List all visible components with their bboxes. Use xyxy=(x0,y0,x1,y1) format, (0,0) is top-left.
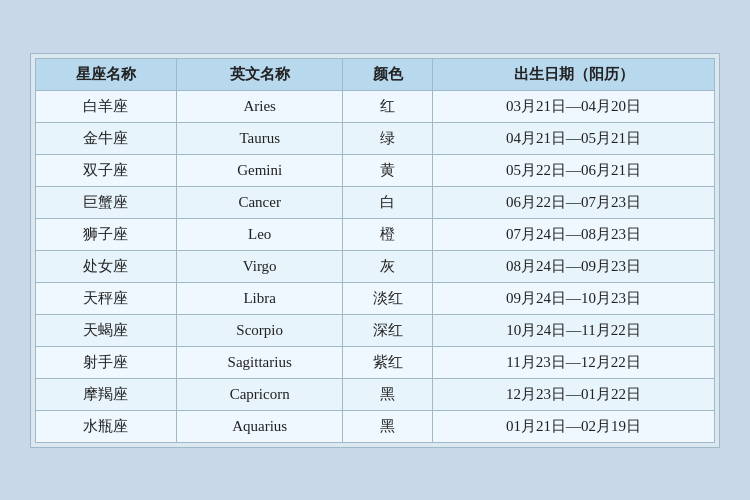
table-row: 巨蟹座Cancer白06月22日—07月23日 xyxy=(36,186,715,218)
table-body: 白羊座Aries红03月21日—04月20日金牛座Taurus绿04月21日—0… xyxy=(36,90,715,442)
cell-chinese-name: 射手座 xyxy=(36,346,177,378)
cell-english-name: Taurus xyxy=(176,122,343,154)
table-row: 天秤座Libra淡红09月24日—10月23日 xyxy=(36,282,715,314)
cell-dates: 09月24日—10月23日 xyxy=(433,282,715,314)
cell-color: 紫红 xyxy=(343,346,433,378)
header-dates: 出生日期（阳历） xyxy=(433,58,715,90)
cell-chinese-name: 狮子座 xyxy=(36,218,177,250)
cell-color: 深红 xyxy=(343,314,433,346)
cell-dates: 12月23日—01月22日 xyxy=(433,378,715,410)
cell-chinese-name: 天蝎座 xyxy=(36,314,177,346)
cell-color: 白 xyxy=(343,186,433,218)
header-chinese-name: 星座名称 xyxy=(36,58,177,90)
cell-chinese-name: 巨蟹座 xyxy=(36,186,177,218)
cell-english-name: Cancer xyxy=(176,186,343,218)
cell-chinese-name: 白羊座 xyxy=(36,90,177,122)
cell-english-name: Aquarius xyxy=(176,410,343,442)
cell-color: 淡红 xyxy=(343,282,433,314)
cell-color: 橙 xyxy=(343,218,433,250)
table-row: 摩羯座Capricorn黑12月23日—01月22日 xyxy=(36,378,715,410)
table-row: 处女座Virgo灰08月24日—09月23日 xyxy=(36,250,715,282)
header-english-name: 英文名称 xyxy=(176,58,343,90)
cell-dates: 07月24日—08月23日 xyxy=(433,218,715,250)
cell-chinese-name: 双子座 xyxy=(36,154,177,186)
cell-dates: 08月24日—09月23日 xyxy=(433,250,715,282)
table-row: 狮子座Leo橙07月24日—08月23日 xyxy=(36,218,715,250)
cell-english-name: Aries xyxy=(176,90,343,122)
cell-color: 红 xyxy=(343,90,433,122)
cell-english-name: Leo xyxy=(176,218,343,250)
cell-chinese-name: 水瓶座 xyxy=(36,410,177,442)
cell-dates: 06月22日—07月23日 xyxy=(433,186,715,218)
cell-dates: 10月24日—11月22日 xyxy=(433,314,715,346)
cell-chinese-name: 天秤座 xyxy=(36,282,177,314)
cell-dates: 01月21日—02月19日 xyxy=(433,410,715,442)
cell-color: 黄 xyxy=(343,154,433,186)
table-row: 射手座Sagittarius紫红11月23日—12月22日 xyxy=(36,346,715,378)
zodiac-table: 星座名称 英文名称 颜色 出生日期（阳历） 白羊座Aries红03月21日—04… xyxy=(35,58,715,443)
cell-english-name: Libra xyxy=(176,282,343,314)
cell-color: 绿 xyxy=(343,122,433,154)
header-color: 颜色 xyxy=(343,58,433,90)
cell-color: 灰 xyxy=(343,250,433,282)
cell-chinese-name: 金牛座 xyxy=(36,122,177,154)
cell-color: 黑 xyxy=(343,410,433,442)
cell-english-name: Capricorn xyxy=(176,378,343,410)
cell-chinese-name: 摩羯座 xyxy=(36,378,177,410)
table-header-row: 星座名称 英文名称 颜色 出生日期（阳历） xyxy=(36,58,715,90)
zodiac-table-container: 星座名称 英文名称 颜色 出生日期（阳历） 白羊座Aries红03月21日—04… xyxy=(30,53,720,448)
cell-english-name: Sagittarius xyxy=(176,346,343,378)
cell-dates: 05月22日—06月21日 xyxy=(433,154,715,186)
table-row: 双子座Gemini黄05月22日—06月21日 xyxy=(36,154,715,186)
cell-dates: 11月23日—12月22日 xyxy=(433,346,715,378)
table-row: 天蝎座Scorpio深红10月24日—11月22日 xyxy=(36,314,715,346)
cell-english-name: Scorpio xyxy=(176,314,343,346)
cell-dates: 04月21日—05月21日 xyxy=(433,122,715,154)
cell-color: 黑 xyxy=(343,378,433,410)
table-row: 白羊座Aries红03月21日—04月20日 xyxy=(36,90,715,122)
table-row: 水瓶座Aquarius黑01月21日—02月19日 xyxy=(36,410,715,442)
cell-chinese-name: 处女座 xyxy=(36,250,177,282)
table-row: 金牛座Taurus绿04月21日—05月21日 xyxy=(36,122,715,154)
cell-english-name: Gemini xyxy=(176,154,343,186)
cell-english-name: Virgo xyxy=(176,250,343,282)
cell-dates: 03月21日—04月20日 xyxy=(433,90,715,122)
